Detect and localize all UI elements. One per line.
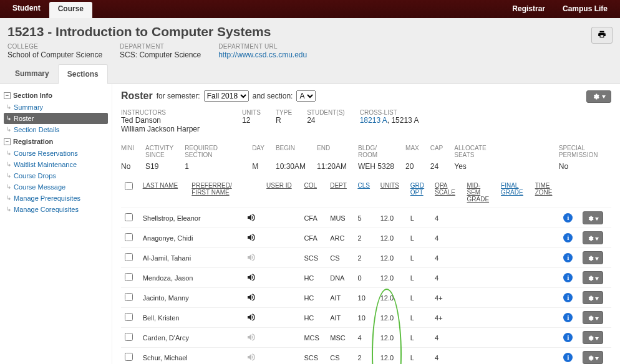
roster-actions-button[interactable]: [586, 90, 611, 103]
print-button[interactable]: [591, 27, 613, 44]
user-id-cell: [263, 208, 300, 228]
row-checkbox[interactable]: [125, 213, 133, 221]
sidebar-item-prerequisites[interactable]: Manage Prerequisites: [4, 193, 108, 204]
table-row: Jacinto, MannyHCAIT1012.0L4+i: [121, 288, 611, 308]
info-icon[interactable]: i: [563, 333, 573, 342]
max-value: 20: [405, 162, 419, 171]
sidebar-item-course-message[interactable]: Course Message: [4, 181, 108, 193]
row-checkbox[interactable]: [125, 233, 133, 241]
nav-course[interactable]: Course: [49, 2, 92, 18]
row-actions-button[interactable]: [583, 291, 603, 304]
crosslist-link[interactable]: 18213 A: [360, 116, 387, 125]
top-nav: Student Course Registrar Campus Life: [0, 0, 620, 18]
speaker-icon[interactable]: [246, 216, 256, 224]
students-value: 24: [307, 116, 345, 125]
speaker-icon[interactable]: [246, 336, 256, 343]
sidebar-item-summary[interactable]: Summary: [4, 102, 108, 113]
speaker-icon[interactable]: [246, 316, 256, 323]
info-icon[interactable]: i: [563, 213, 573, 223]
cls-cell: 5: [354, 208, 377, 228]
row-actions-button[interactable]: [583, 231, 603, 244]
collapse-icon[interactable]: −: [4, 92, 11, 99]
dept-label: DEPARTMENT: [120, 43, 201, 50]
grd-cell: L: [407, 348, 431, 365]
col-cell: HC: [300, 288, 326, 308]
col-mid-sem[interactable]: MID- SEM GRADE: [463, 180, 498, 208]
gear-icon: [587, 315, 594, 322]
col-last-name[interactable]: LAST NAME: [139, 180, 188, 208]
info-icon[interactable]: i: [563, 233, 573, 242]
info-icon[interactable]: i: [563, 293, 573, 302]
sidebar-item-course-reservations[interactable]: Course Reservations: [4, 148, 108, 159]
row-checkbox[interactable]: [125, 273, 133, 281]
user-id-cell: [263, 348, 300, 365]
for-semester-label: for semester:: [157, 92, 200, 100]
col-tz[interactable]: TIME ZONE: [531, 180, 560, 208]
grd-cell: L: [407, 308, 431, 328]
info-icon[interactable]: i: [563, 313, 573, 322]
day-value: M: [252, 162, 264, 171]
sidebar-item-waitlist[interactable]: Waitlist Maintenance: [4, 159, 108, 170]
select-all-checkbox[interactable]: [125, 182, 133, 190]
qpa-cell: 4: [431, 248, 463, 268]
gear-icon: [592, 93, 599, 100]
row-actions-button[interactable]: [583, 211, 603, 224]
row-checkbox[interactable]: [125, 253, 133, 261]
students-label: STUDENT(S): [307, 109, 345, 116]
dept-url-link[interactable]: http://www.csd.cs.cmu.edu: [218, 50, 307, 59]
page-title: 15213 - Introduction to Computer Systems: [7, 24, 613, 39]
dept-cell: AIT: [326, 308, 354, 328]
speaker-icon[interactable]: [246, 296, 256, 304]
info-icon[interactable]: i: [563, 253, 573, 262]
col-cls[interactable]: CLS: [354, 180, 377, 208]
speaker-icon[interactable]: [246, 356, 256, 363]
semester-select[interactable]: Fall 2018: [204, 90, 249, 102]
row-checkbox[interactable]: [125, 353, 133, 361]
row-actions-button[interactable]: [583, 271, 603, 284]
row-actions-button[interactable]: [583, 251, 603, 264]
nav-registrar[interactable]: Registrar: [503, 0, 554, 18]
sidebar-item-corequisites[interactable]: Manage Corequisites: [4, 204, 108, 215]
roster-title: Roster: [121, 90, 153, 102]
tab-sections[interactable]: Sections: [58, 64, 108, 84]
section-select[interactable]: A: [296, 90, 316, 102]
row-actions-button[interactable]: [583, 331, 603, 344]
col-grd-opt[interactable]: GRD OPT: [407, 180, 431, 208]
row-checkbox[interactable]: [125, 313, 133, 321]
cls-cell: 0: [354, 268, 377, 288]
col-units[interactable]: UNITS: [377, 180, 407, 208]
row-actions-button[interactable]: [583, 311, 603, 324]
row-actions-button[interactable]: [583, 351, 603, 364]
col-dept[interactable]: DEPT: [326, 180, 354, 208]
col-final[interactable]: FINAL GRADE: [497, 180, 531, 208]
collapse-icon[interactable]: −: [4, 138, 11, 145]
secondary-tabs: Summary Sections: [0, 64, 620, 84]
sidebar-item-course-drops[interactable]: Course Drops: [4, 170, 108, 181]
col-user-id[interactable]: USER ID: [263, 180, 300, 208]
qpa-cell: 4: [431, 228, 463, 248]
col-cell: CFA: [300, 208, 326, 228]
student-name: Schur, Michael: [139, 348, 243, 365]
reqsec-value: 1: [185, 162, 241, 171]
gear-icon: [587, 295, 594, 302]
sidebar-item-section-details[interactable]: Section Details: [4, 124, 108, 135]
chevron-down-icon: [595, 277, 599, 280]
nav-campus-life[interactable]: Campus Life: [554, 0, 616, 18]
info-icon[interactable]: i: [563, 353, 573, 362]
row-checkbox[interactable]: [125, 293, 133, 301]
col-qpa[interactable]: QPA SCALE: [431, 180, 463, 208]
room-label: BLDG/ ROOM: [358, 145, 394, 160]
speaker-icon[interactable]: [246, 276, 256, 284]
speaker-icon[interactable]: [246, 256, 256, 264]
tab-summary[interactable]: Summary: [6, 64, 58, 84]
col-col[interactable]: COL: [300, 180, 326, 208]
units-cell: 12.0: [377, 228, 407, 248]
info-icon[interactable]: i: [563, 273, 573, 282]
nav-student[interactable]: Student: [4, 0, 49, 18]
sidebar-item-roster[interactable]: Roster: [4, 113, 108, 124]
col-pref-name[interactable]: PREFERRED/ FIRST NAME: [188, 180, 243, 208]
row-checkbox[interactable]: [125, 333, 133, 341]
qpa-cell: 4+: [431, 308, 463, 328]
grd-cell: L: [407, 288, 431, 308]
speaker-icon[interactable]: [246, 236, 256, 244]
